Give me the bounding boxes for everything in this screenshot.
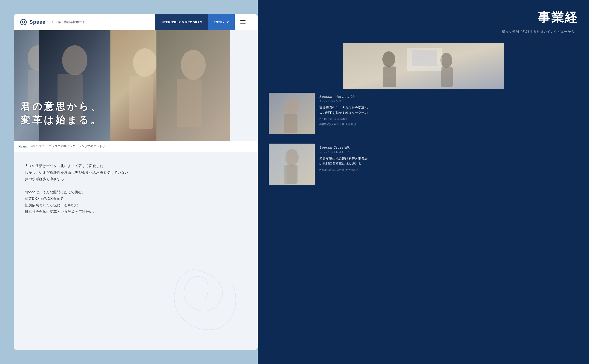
svg-point-16 [440,53,452,68]
nav-buttons: INTERNSHIP & PROGRAM ENTRY ∨ [155,14,251,30]
paragraph-2: Speeeは、そんな難問にあえて挑む。 産業DXと顧客DX両面で、 旧態依然とし… [25,189,247,215]
logo-subtitle: ビジネス職新卒採用サイト [52,20,88,24]
news-text: エンジニア職インターンシップのエントリー [48,144,108,148]
logo-name[interactable]: Speee [29,19,45,25]
card-image-2 [269,143,315,185]
card-series-en-2: Special Crosstalk [319,145,573,149]
card-title-1: 事業経営から、大きな社会変革へ人の部下を動かす若きリーダーの [319,105,573,116]
navbar: Speee ビジネス職新卒採用サイト INTERNSHIP & PROGRAM … [14,14,258,30]
svg-point-21 [285,98,299,115]
right-panel-title: 事業経 [269,9,578,26]
hero-main-text: 君の意思から、 変革は始まる。 [21,100,102,127]
body-text-section: 人々の生活はデジタル化によって著しく変化した。 しかし、いまだ複雑性を理由にデジ… [14,152,258,215]
hamburger-line-1 [240,20,246,21]
hamburger-line-3 [240,23,246,24]
card-tag-1-1: # 事業経営人材の仕事 [319,123,344,126]
svg-rect-26 [269,143,287,185]
news-label[interactable]: News [18,145,27,148]
card-tags-2: # 事業経営人材の仕事 # やりがい [319,168,573,172]
interview-card-1[interactable]: Special Interview 02 スペシャルインタビュー 事業経営から、… [269,93,578,134]
svg-point-5 [62,45,87,75]
card-title-2: 産業変革に挑み続ける若き事業経の挑戦産業変革に挑み続ける [319,156,573,166]
logo-icon [20,19,27,25]
card-content-2: Special Crosstalk スペシャルクロストーク 産業変革に挑み続ける… [315,143,578,185]
news-date: 2022.03.01 [31,145,45,148]
right-panel-subtitle: 様々な領域で活躍する社員のインタビューから、 [269,30,578,34]
entry-button[interactable]: ENTRY ∨ [208,14,235,30]
internship-button[interactable]: INTERNSHIP & PROGRAM [155,14,208,30]
svg-point-8 [133,48,157,77]
svg-point-14 [382,51,395,67]
card-meta-1: 2014年入社 ○○○○○○本部 [319,117,573,121]
card-series-ja-1: スペシャルインタビュー [319,99,573,103]
svg-point-0 [22,21,25,23]
hero-section: 君の意思から、 変革は始まる。 [14,30,258,141]
news-ticker: News 2022.03.01 エンジニア職インターンシップのエントリー [14,141,258,152]
hamburger-line-2 [240,22,246,22]
svg-rect-15 [383,66,396,87]
svg-rect-9 [129,76,153,129]
card-tag-2-2: # やりがい [346,168,358,172]
card-tag-2-1: # 事業経営人材の仕事 [319,168,344,172]
right-panel: 事業経 様々な領域で活躍する社員のインタビューから、 [258,0,589,364]
main-content-panel: Speee ビジネス職新卒採用サイト INTERNSHIP & PROGRAM … [14,14,258,350]
interview-cards: Special Interview 02 スペシャルインタビュー 事業経営から、… [269,93,578,187]
card-tags-1: # 事業経営人材の仕事 # やりがい [319,123,573,126]
top-feature-image [269,43,578,89]
card-series-ja-2: スペシャルクロストーク [319,150,573,154]
background-spiral [170,267,239,336]
interview-card-2[interactable]: Special Crosstalk スペシャルクロストーク 産業変革に挑み続ける… [269,143,578,185]
hero-image-4 [156,30,230,141]
logo-area: Speee ビジネス職新卒採用サイト [20,19,88,25]
paragraph-1: 人々の生活はデジタル化によって著しく変化した。 しかし、いまだ複雑性を理由にデジ… [25,163,247,182]
card-tag-1-2: # やりがい [346,123,358,126]
card-image-1 [269,93,315,134]
card-content-1: Special Interview 02 スペシャルインタビュー 事業経営から、… [315,93,578,134]
card-series-en-1: Special Interview 02 [319,95,573,98]
divider-1 [269,140,578,140]
hamburger-menu[interactable] [235,14,251,30]
chevron-down-icon: ∨ [227,20,229,24]
svg-rect-22 [284,114,298,133]
svg-rect-12 [177,79,201,127]
svg-rect-19 [412,50,437,66]
svg-point-11 [181,50,206,80]
svg-rect-17 [441,67,453,87]
hero-text-overlay: 君の意思から、 変革は始まる。 [21,100,102,127]
